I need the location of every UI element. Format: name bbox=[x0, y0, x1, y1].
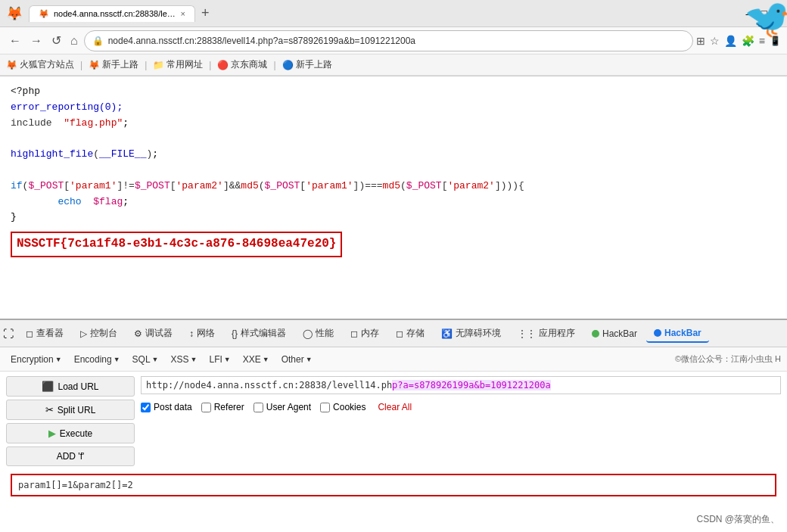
clear-all-button[interactable]: Clear All bbox=[378, 402, 412, 412]
referer-check[interactable] bbox=[201, 403, 211, 412]
xss-arrow: ▼ bbox=[191, 356, 198, 363]
network-icon: ↕ bbox=[189, 328, 194, 339]
xxe-arrow: ▼ bbox=[263, 356, 269, 363]
tab-debugger[interactable]: ⚙ 调试器 bbox=[126, 324, 180, 343]
url-input[interactable]: http://node4.anna.nssctf.cn:28838/levell… bbox=[141, 376, 781, 394]
forward-button[interactable]: → bbox=[27, 33, 45, 49]
home-button[interactable]: ⌂ bbox=[67, 33, 81, 49]
post-data-input[interactable]: param1[]=1&param2[]=2 bbox=[11, 474, 776, 496]
load-url-icon: ⬛ bbox=[42, 381, 54, 392]
cookies-checkbox[interactable]: Cookies bbox=[320, 402, 366, 412]
tab-accessibility[interactable]: ♿ 无障碍环境 bbox=[434, 324, 509, 343]
code-line-9: } bbox=[11, 210, 776, 226]
tab-hackbar1[interactable]: HackBar bbox=[584, 325, 645, 342]
menu-lfi[interactable]: LFI ▼ bbox=[204, 353, 235, 366]
code-line-8: echo $flag; bbox=[11, 194, 776, 210]
execute-icon: ▶ bbox=[48, 428, 56, 439]
php-code-display: <?php error_reporting(0); include "flag.… bbox=[0, 76, 787, 319]
hackbar-panel: Encryption ▼ Encoding ▼ SQL ▼ XSS ▼ LFI bbox=[0, 347, 787, 496]
window-minimize-button[interactable]: — bbox=[746, 8, 757, 20]
post-data-check[interactable] bbox=[141, 403, 151, 412]
hackbar-left-panel: ⬛ Load URL ✂ Split URL ▶ Execute ADD 'f' bbox=[6, 376, 135, 466]
console-icon: ▷ bbox=[80, 328, 87, 339]
profile-button[interactable]: 👤 bbox=[724, 35, 737, 47]
bookmark-jd[interactable]: 🔴 京东商城 bbox=[217, 58, 267, 71]
memory-icon: ◻ bbox=[350, 328, 358, 339]
firefox-icon: 🦊 bbox=[6, 5, 23, 22]
menu-other[interactable]: Other ▼ bbox=[277, 353, 317, 366]
menu-button[interactable]: ≡ bbox=[759, 35, 765, 47]
devtools-panel: ⛶ ◻ 查看器 ▷ 控制台 ⚙ 调试器 ↕ 网络 {} 样式编辑器 ◯ bbox=[0, 319, 787, 496]
tab-console[interactable]: ▷ 控制台 bbox=[73, 324, 125, 343]
tab-application[interactable]: ⋮⋮ 应用程序 bbox=[510, 324, 583, 343]
jd-icon: 🔴 bbox=[217, 60, 229, 70]
qr-code-button[interactable]: ⊞ bbox=[696, 35, 705, 47]
reload-button[interactable]: ↺ bbox=[48, 32, 64, 49]
hackbar-body: ⬛ Load URL ✂ Split URL ▶ Execute ADD 'f' bbox=[0, 372, 787, 471]
address-bar[interactable]: 🔒 node4.anna.nssctf.cn:28838/levell14.ph… bbox=[84, 30, 693, 51]
tab-network[interactable]: ↕ 网络 bbox=[182, 324, 222, 343]
menu-xxe[interactable]: XXE ▼ bbox=[238, 353, 274, 366]
menu-sql[interactable]: SQL ▼ bbox=[128, 353, 163, 366]
flag-value: NSSCTF{7c1a1f48-e3b1-4c3c-a876-84698ea47… bbox=[11, 232, 342, 257]
back-button[interactable]: ← bbox=[6, 33, 24, 49]
tab-style-editor[interactable]: {} 样式编辑器 bbox=[224, 324, 294, 343]
bookmark-icon2: 🦊 bbox=[89, 60, 100, 70]
tab-storage[interactable]: ◻ 存储 bbox=[388, 324, 432, 343]
add-button[interactable]: ADD 'f' bbox=[6, 446, 135, 466]
devtools-resize-icon[interactable]: ⛶ bbox=[3, 328, 14, 340]
code-line-3: include "flag.php"; bbox=[11, 116, 776, 132]
user-agent-check[interactable] bbox=[254, 403, 263, 412]
performance-icon: ◯ bbox=[303, 328, 313, 339]
style-icon: {} bbox=[232, 328, 238, 339]
tab-favicon: 🦊 bbox=[39, 9, 49, 19]
post-data-value: param1[]=1&param2[]=2 bbox=[18, 480, 133, 490]
csdn-watermark: CSDN @落寞的鱼、 bbox=[696, 513, 779, 526]
code-line-2: error_reporting(0); bbox=[11, 100, 776, 116]
checkbox-row: Post data Referer User Agent Cookie bbox=[141, 399, 781, 415]
window-close-button[interactable]: ✕ bbox=[772, 8, 781, 20]
load-url-button[interactable]: ⬛ Load URL bbox=[6, 376, 135, 397]
bookmark-common[interactable]: 📁 常用网址 bbox=[153, 58, 203, 71]
hackbar-credit: ©微信公众号：江南小虫虫 H bbox=[675, 353, 781, 365]
active-tab[interactable]: 🦊 node4.anna.nssctf.cn:28838/leve... × bbox=[29, 5, 195, 22]
folder-icon: 📁 bbox=[153, 60, 164, 70]
tab-close-button[interactable]: × bbox=[181, 9, 185, 18]
bookmark-icon3: 🔵 bbox=[282, 60, 294, 70]
accessibility-icon: ♿ bbox=[441, 328, 453, 339]
bookmark-icon: 🦊 bbox=[6, 60, 17, 70]
inspector-icon: ◻ bbox=[26, 328, 33, 339]
encoding-arrow: ▼ bbox=[114, 356, 120, 363]
execute-button[interactable]: ▶ Execute bbox=[6, 423, 135, 443]
cookies-check[interactable] bbox=[320, 403, 330, 412]
menu-encryption[interactable]: Encryption ▼ bbox=[6, 353, 67, 366]
tab-hackbar2[interactable]: HackBar bbox=[646, 325, 709, 343]
split-url-icon: ✂ bbox=[45, 404, 54, 415]
lfi-arrow: ▼ bbox=[224, 356, 231, 363]
mobile-icon: 📱 bbox=[770, 36, 781, 46]
bookmark-button[interactable]: ☆ bbox=[710, 35, 720, 47]
sql-arrow: ▼ bbox=[152, 356, 159, 363]
post-data-checkbox[interactable]: Post data bbox=[141, 402, 192, 412]
tab-performance[interactable]: ◯ 性能 bbox=[295, 324, 341, 343]
code-line-5: highlight_file(__FILE__); bbox=[11, 147, 776, 163]
window-maximize-button[interactable]: □ bbox=[761, 8, 767, 20]
bookmark-newuser1[interactable]: 🦊 新手上路 bbox=[89, 58, 138, 71]
extensions-button[interactable]: 🧩 bbox=[742, 35, 754, 47]
split-url-button[interactable]: ✂ Split URL bbox=[6, 400, 135, 420]
address-text: node4.anna.nssctf.cn:28838/levell14.php?… bbox=[108, 36, 685, 46]
other-arrow: ▼ bbox=[306, 356, 313, 363]
menu-xss[interactable]: XSS ▼ bbox=[166, 353, 202, 366]
hackbar-green-dot bbox=[592, 330, 599, 338]
tab-memory[interactable]: ◻ 内存 bbox=[343, 324, 387, 343]
hackbar-menu-bar: Encryption ▼ Encoding ▼ SQL ▼ XSS ▼ LFI bbox=[0, 347, 787, 372]
tab-inspector[interactable]: ◻ 查看器 bbox=[18, 324, 71, 343]
bookmark-newuser2[interactable]: 🔵 新手上路 bbox=[282, 58, 332, 71]
menu-encoding[interactable]: Encoding ▼ bbox=[70, 353, 125, 366]
bookmark-official[interactable]: 🦊 火狐官方站点 bbox=[6, 58, 74, 71]
referer-checkbox[interactable]: Referer bbox=[201, 402, 244, 412]
user-agent-checkbox[interactable]: User Agent bbox=[254, 402, 311, 412]
debugger-icon: ⚙ bbox=[134, 328, 142, 339]
hackbar-right-panel: http://node4.anna.nssctf.cn:28838/levell… bbox=[141, 376, 781, 466]
new-tab-button[interactable]: + bbox=[195, 5, 216, 21]
